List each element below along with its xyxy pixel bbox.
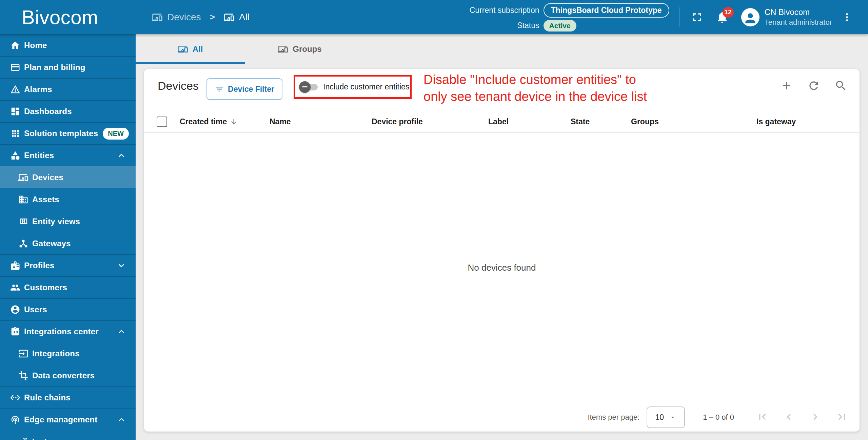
sidebar-item-label: Assets [32, 195, 59, 204]
sidebar-item-profiles[interactable]: Profiles [0, 254, 136, 276]
sidebar-item-instances[interactable]: Instances [0, 431, 136, 440]
quilt-icon [18, 216, 28, 227]
sidebar-item-gateways[interactable]: Gateways [0, 232, 136, 254]
sidebar-item-dashboards[interactable]: Dashboards [0, 100, 136, 122]
annotation-highlight-box: Include customer entities [294, 75, 412, 99]
select-all-checkbox[interactable] [157, 117, 167, 127]
first-page-button[interactable] [756, 411, 769, 423]
devices-icon [278, 44, 288, 54]
include-customer-entities-toggle[interactable] [299, 81, 319, 93]
refresh-button[interactable] [807, 79, 820, 92]
previous-page-button[interactable] [783, 411, 795, 423]
empty-state: No devices found [144, 133, 860, 403]
search-button[interactable] [834, 79, 847, 92]
sidebar-item-users[interactable]: Users [0, 298, 136, 320]
sidebar-item-entities[interactable]: Entities [0, 144, 136, 166]
card-header: Devices Device Filter Include customer e… [144, 69, 860, 111]
sidebar-item-label: Users [24, 305, 47, 314]
subscription-label: Current subscription [470, 6, 539, 15]
user-menu-button[interactable] [841, 11, 853, 23]
column-header-label[interactable]: Label [488, 111, 509, 133]
sidebar-item-label: Rule chains [24, 393, 71, 402]
sidebar-item-label: Data converters [32, 371, 95, 380]
header-divider [679, 7, 679, 27]
sidebar-item-label: Devices [32, 173, 63, 182]
sidebar-item-label: Plan and billing [24, 63, 85, 72]
router-icon [18, 437, 28, 440]
main-content: AllGroups Devices Device Filter Include … [136, 34, 868, 440]
app-header: Bivocom Devices>All Current subscription… [0, 0, 868, 34]
page-size-value: 10 [655, 413, 664, 422]
sidebar-item-label: Customers [24, 283, 67, 292]
sidebar-item-rule-chains[interactable]: Rule chains [0, 386, 136, 408]
column-header-is-gateway[interactable]: Is gateway [756, 111, 796, 133]
ethernet-icon [10, 393, 20, 403]
page-size-select[interactable]: 10 [647, 406, 685, 428]
dashboards-icon [10, 106, 20, 117]
billing-icon [10, 62, 20, 72]
sidebar-item-label: Dashboards [24, 107, 72, 116]
sidebar-item-label: Home [24, 41, 47, 50]
fullscreen-button[interactable] [690, 11, 704, 24]
avatar[interactable] [741, 8, 760, 26]
user-name: CN Bivocom [765, 7, 832, 18]
include-customer-entities-label: Include customer entities [323, 82, 409, 91]
devices-icon [224, 12, 235, 23]
add-device-button[interactable] [780, 79, 793, 92]
tab-groups[interactable]: Groups [245, 34, 355, 64]
devices-card: Devices Device Filter Include customer e… [144, 69, 860, 432]
sidebar-item-assets[interactable]: Assets [0, 188, 136, 210]
chevron-down-icon [116, 260, 127, 271]
subscription-info: Current subscription ThingsBoard Cloud P… [470, 3, 669, 32]
subscription-plan-badge[interactable]: ThingsBoard Cloud Prototype [544, 3, 669, 18]
table-header-row: Created timeNameDevice profileLabelState… [144, 111, 860, 133]
sort-desc-icon [230, 118, 238, 126]
column-header-device-profile[interactable]: Device profile [372, 111, 423, 133]
empty-state-text: No devices found [468, 263, 536, 273]
sidebar-item-edge-management[interactable]: Edge management [0, 408, 136, 431]
column-header-state[interactable]: State [571, 111, 590, 133]
sidebar-item-integrations-center[interactable]: Integrations center [0, 320, 136, 342]
sidebar-item-devices[interactable]: Devices [0, 166, 136, 188]
sidebar-item-label: Profiles [24, 261, 55, 270]
chevron-up-icon [116, 326, 127, 337]
user-info: CN Bivocom Tenant administrator [765, 7, 832, 27]
sidebar-item-label: Integrations [32, 349, 80, 358]
next-page-button[interactable] [809, 411, 822, 423]
sidebar-item-customers[interactable]: Customers [0, 276, 136, 298]
hub-icon [18, 238, 28, 249]
apps-icon [10, 128, 20, 139]
sidebar-item-plan-and-billing[interactable]: Plan and billing [0, 56, 136, 78]
device-filter-button[interactable]: Device Filter [206, 78, 282, 100]
sidebar-item-entity-views[interactable]: Entity views [0, 210, 136, 232]
toggle-knob [299, 81, 311, 93]
filter-icon [215, 84, 224, 94]
breadcrumb-item-devices[interactable]: Devices [152, 12, 201, 23]
column-header-created-time[interactable]: Created time [180, 111, 238, 133]
sidebar-item-data-converters[interactable]: Data converters [0, 364, 136, 386]
sidebar-item-label: Entities [24, 151, 54, 160]
notifications-button[interactable]: 12 [715, 11, 729, 24]
items-per-page-label: Items per page: [588, 413, 639, 422]
brand-logo[interactable]: Bivocom [22, 0, 98, 34]
last-page-button[interactable] [835, 411, 848, 423]
tab-all[interactable]: All [136, 34, 245, 64]
sidebar-item-solution-templates[interactable]: Solution templatesNEW [0, 122, 136, 144]
annotation-line-2: only see tenant device in the device lis… [423, 88, 647, 105]
integration-icon [10, 327, 20, 337]
column-header-groups[interactable]: Groups [631, 111, 659, 133]
sidebar-item-label: Instances [32, 437, 71, 440]
sidebar-item-alarms[interactable]: Alarms [0, 78, 136, 100]
sidebar-item-home[interactable]: Home [0, 34, 136, 56]
tethering-icon [10, 415, 20, 425]
page-range: 1 – 0 of 0 [703, 413, 734, 422]
column-header-name[interactable]: Name [270, 111, 291, 133]
new-badge: NEW [103, 128, 129, 140]
sidebar-item-label: Entity views [32, 217, 80, 226]
chevron-up-icon [116, 414, 127, 425]
devices-icon [178, 44, 188, 54]
breadcrumb-separator: > [210, 12, 215, 22]
dropdown-arrow-icon [669, 414, 676, 421]
sidebar-item-integrations[interactable]: Integrations [0, 342, 136, 364]
account-icon [10, 305, 20, 315]
